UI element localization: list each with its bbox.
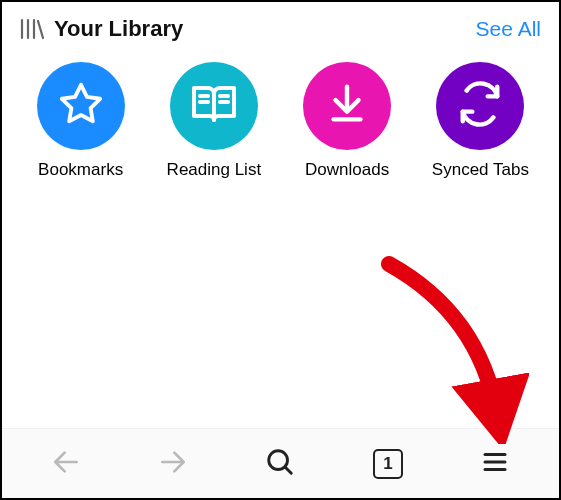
tile-reading-list[interactable]: Reading List: [157, 62, 270, 180]
book-icon: [190, 80, 238, 132]
tile-synced-tabs[interactable]: Synced Tabs: [424, 62, 537, 180]
forward-button[interactable]: [143, 434, 203, 494]
tile-circle: [170, 62, 258, 150]
tile-label: Reading List: [167, 160, 262, 180]
tabs-button[interactable]: 1: [358, 434, 418, 494]
library-icon: [20, 18, 44, 40]
tile-circle: [436, 62, 524, 150]
svg-line-3: [38, 21, 43, 38]
menu-button[interactable]: [465, 434, 525, 494]
tab-count-value: 1: [383, 454, 392, 474]
svg-marker-4: [61, 85, 99, 121]
header-left: Your Library: [20, 16, 183, 42]
back-button[interactable]: [36, 434, 96, 494]
search-icon: [265, 447, 295, 481]
hamburger-icon: [480, 447, 510, 481]
tile-label: Downloads: [305, 160, 389, 180]
tile-circle: [37, 62, 125, 150]
search-button[interactable]: [250, 434, 310, 494]
bottom-toolbar: 1: [2, 428, 559, 498]
tile-circle: [303, 62, 391, 150]
see-all-link[interactable]: See All: [476, 17, 541, 41]
sync-icon: [457, 81, 503, 131]
tab-count-badge: 1: [373, 449, 403, 479]
arrow-right-icon: [157, 446, 189, 482]
library-header: Your Library See All: [2, 2, 559, 46]
tile-bookmarks[interactable]: Bookmarks: [24, 62, 137, 180]
tile-downloads[interactable]: Downloads: [291, 62, 404, 180]
content-spacer: [2, 180, 559, 428]
library-tiles: Bookmarks Reading List: [2, 46, 559, 180]
star-icon: [58, 81, 104, 131]
arrow-left-icon: [50, 446, 82, 482]
svg-line-14: [285, 467, 291, 473]
download-icon: [324, 81, 370, 131]
page-title: Your Library: [54, 16, 183, 42]
tile-label: Bookmarks: [38, 160, 123, 180]
tile-label: Synced Tabs: [432, 160, 529, 180]
